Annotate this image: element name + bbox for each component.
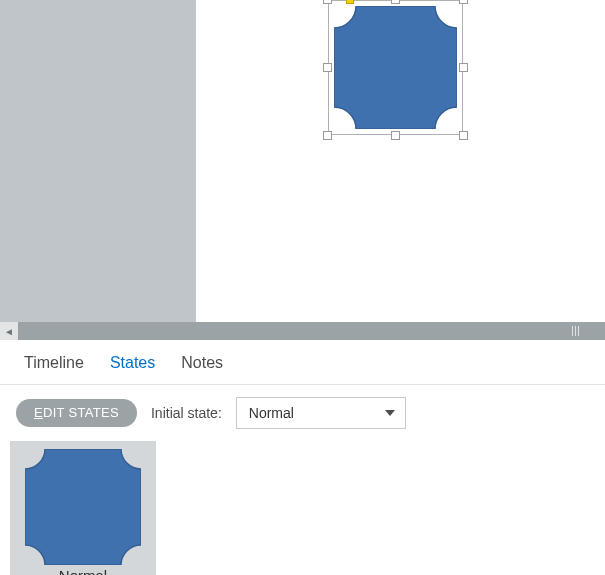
resize-handle-tl[interactable] [323,0,332,4]
state-thumbnail-label: Normal [59,567,107,575]
chevron-down-icon [385,410,395,416]
snip-corner-rectangle[interactable] [334,6,457,129]
state-thumbnail-shape [25,449,141,565]
resize-handle-tr[interactable] [459,0,468,4]
edit-states-button[interactable]: EDIT STATES [16,399,137,427]
adjust-handle[interactable] [346,0,354,4]
workspace [0,0,605,322]
selected-shape[interactable] [328,0,463,135]
tab-timeline[interactable]: Timeline [24,354,84,372]
scroll-left-button[interactable]: ◄ [0,322,18,340]
state-thumbnail-normal[interactable]: Normal [10,441,156,575]
side-panel [0,0,196,322]
resize-handle-bm[interactable] [391,131,400,140]
horizontal-scrollbar[interactable]: ◄ [0,322,605,340]
edit-states-mnemonic: E [34,405,43,420]
resize-handle-br[interactable] [459,131,468,140]
states-controls: EDIT STATES Initial state: Normal [0,385,605,439]
resize-handle-tm[interactable] [391,0,400,4]
initial-state-value: Normal [249,405,294,421]
resize-handle-bl[interactable] [323,131,332,140]
scroll-grip-icon [555,322,595,340]
tab-notes[interactable]: Notes [181,354,223,372]
panel-tabs: Timeline States Notes [0,340,605,384]
edit-states-label-rest: DIT STATES [43,405,119,420]
initial-state-dropdown[interactable]: Normal [236,397,406,429]
initial-state-label: Initial state: [151,405,222,421]
tab-states[interactable]: States [110,354,155,372]
resize-handle-mr[interactable] [459,63,468,72]
resize-handle-ml[interactable] [323,63,332,72]
canvas[interactable] [196,0,605,322]
